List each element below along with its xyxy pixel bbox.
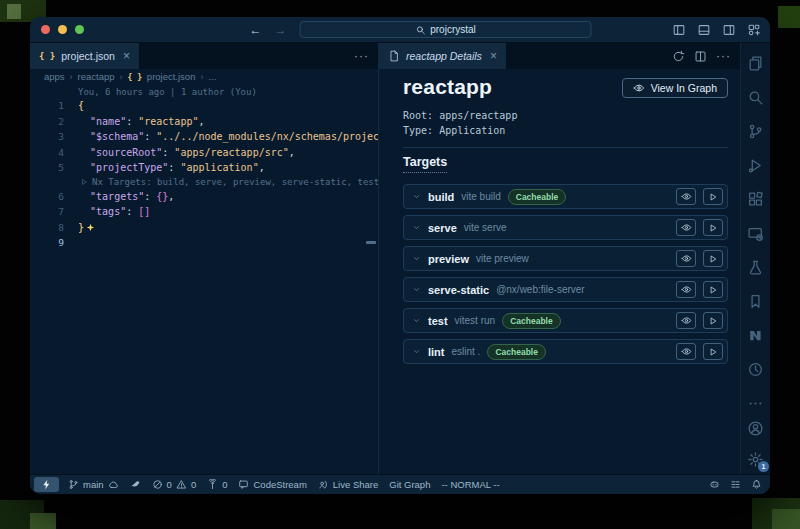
activitybar-accounts[interactable] bbox=[747, 420, 764, 437]
tab-project-json[interactable]: { } project.json × bbox=[30, 43, 140, 69]
customize-layout-button[interactable] bbox=[747, 23, 761, 37]
toggle-panel-button[interactable] bbox=[697, 23, 711, 37]
target-name: serve bbox=[428, 222, 457, 234]
run-target-button[interactable] bbox=[703, 281, 723, 298]
more-actions-icon[interactable]: ··· bbox=[354, 49, 369, 63]
chevron-down-icon[interactable] bbox=[412, 192, 421, 201]
minimize-window-button[interactable] bbox=[58, 25, 67, 34]
chevron-down-icon[interactable] bbox=[412, 347, 421, 356]
status-codestream[interactable]: CodeStream bbox=[238, 479, 306, 490]
wallpaper-patch bbox=[778, 6, 800, 28]
status-vim-mode[interactable]: -- NORMAL -- bbox=[441, 479, 499, 490]
split-icon[interactable] bbox=[694, 50, 707, 63]
target-row-preview[interactable]: previewvite preview bbox=[403, 246, 728, 271]
close-window-button[interactable] bbox=[41, 25, 50, 34]
toggle-secondary-sidebar-button[interactable] bbox=[722, 23, 736, 37]
refresh-icon[interactable] bbox=[672, 50, 685, 63]
activitybar-bookmarks[interactable] bbox=[747, 293, 764, 310]
target-row-serve[interactable]: servevite serve bbox=[403, 215, 728, 240]
run-target-button[interactable] bbox=[703, 219, 723, 236]
view-target-button[interactable] bbox=[676, 281, 696, 298]
breadcrumb-item[interactable]: { } project.json bbox=[128, 71, 196, 82]
history-forward-button[interactable]: → bbox=[275, 24, 287, 36]
nx-targets-codelens[interactable]: Nx Targets: build, serve, preview, serve… bbox=[30, 176, 378, 189]
status-broadcast[interactable]: 0 bbox=[207, 479, 227, 490]
more-actions-icon[interactable]: ··· bbox=[716, 49, 731, 63]
targets-heading: Targets bbox=[403, 155, 447, 173]
error-circle-icon bbox=[152, 479, 163, 490]
target-command: @nx/web:file-server bbox=[496, 284, 585, 295]
chevron-down-icon[interactable] bbox=[412, 285, 421, 294]
toggle-primary-sidebar-button[interactable] bbox=[672, 23, 686, 37]
status-remote-indicator[interactable] bbox=[34, 477, 59, 492]
activitybar-nx-console[interactable] bbox=[747, 327, 764, 344]
status-notifications[interactable] bbox=[751, 479, 762, 490]
activitybar-extensions[interactable] bbox=[747, 191, 764, 208]
root-label: Root: bbox=[403, 110, 433, 121]
eye-icon bbox=[681, 284, 692, 295]
activitybar-settings[interactable]: 1 bbox=[747, 451, 764, 468]
target-row-lint[interactable]: linteslint .Cacheable bbox=[403, 339, 728, 364]
activitybar-explorer[interactable] bbox=[747, 55, 764, 72]
status-live-share[interactable]: Live Share bbox=[318, 479, 378, 490]
history-back-button[interactable]: ← bbox=[250, 24, 262, 36]
sparkle-icon[interactable] bbox=[86, 223, 95, 232]
target-row-test[interactable]: testvitest runCacheable bbox=[403, 308, 728, 333]
view-target-button[interactable] bbox=[676, 188, 696, 205]
target-command: eslint . bbox=[452, 346, 481, 357]
eye-icon bbox=[681, 222, 692, 233]
view-target-button[interactable] bbox=[676, 250, 696, 267]
status-git-branch[interactable]: main bbox=[68, 479, 119, 490]
chevron-down-icon[interactable] bbox=[412, 223, 421, 232]
sidebar-right-icon bbox=[722, 23, 736, 37]
code-line: 3 "$schema": "../../node_modules/nx/sche… bbox=[30, 129, 378, 145]
code-line: 7 "tags": [] bbox=[30, 204, 378, 220]
status-problems[interactable]: 00 bbox=[152, 479, 197, 490]
wallpaper-patch bbox=[7, 4, 21, 19]
close-tab-icon[interactable]: × bbox=[490, 49, 497, 63]
breadcrumb-item[interactable]: reactapp bbox=[78, 71, 115, 82]
breadcrumb-separator: › bbox=[120, 72, 123, 82]
run-target-button[interactable] bbox=[703, 343, 723, 360]
breadcrumb-item[interactable]: apps bbox=[44, 71, 65, 82]
code-line: 1{ bbox=[30, 98, 378, 114]
code-line: 8} bbox=[30, 220, 378, 236]
breadcrumb-item[interactable]: ... bbox=[208, 71, 216, 82]
activitybar-run-debug[interactable] bbox=[747, 157, 764, 174]
code-editor[interactable]: You, 6 hours ago | 1 author (You)1{2 "na… bbox=[30, 84, 378, 474]
bird-icon bbox=[130, 479, 141, 490]
target-command: vite build bbox=[461, 191, 500, 202]
targets-list: buildvite buildCacheableservevite servep… bbox=[403, 184, 728, 364]
activitybar-additional-views[interactable] bbox=[747, 395, 764, 412]
desktop: ← → projcrystal { } project.json bbox=[0, 0, 800, 529]
run-target-button[interactable] bbox=[703, 188, 723, 205]
chevron-down-icon[interactable] bbox=[412, 254, 421, 263]
status-git-graph[interactable]: Git Graph bbox=[389, 479, 430, 490]
live-share-icon bbox=[318, 479, 329, 490]
status-plugin-bird[interactable] bbox=[130, 479, 141, 490]
tab-reactapp-details[interactable]: reactapp Details × bbox=[379, 43, 507, 69]
target-row-serve-static[interactable]: serve-static@nx/web:file-server bbox=[403, 277, 728, 302]
run-target-button[interactable] bbox=[703, 250, 723, 267]
view-target-button[interactable] bbox=[676, 343, 696, 360]
activitybar-source-control[interactable] bbox=[747, 123, 764, 140]
activitybar-timeline[interactable] bbox=[747, 361, 764, 378]
status-editor-layout[interactable] bbox=[730, 479, 741, 490]
cacheable-badge: Cacheable bbox=[487, 344, 546, 360]
activitybar-remote-explorer[interactable] bbox=[747, 225, 764, 242]
view-in-graph-button[interactable]: View In Graph bbox=[622, 78, 728, 98]
overview-ruler-mark bbox=[366, 241, 376, 244]
close-tab-icon[interactable]: × bbox=[123, 49, 130, 63]
status-copilot[interactable] bbox=[709, 479, 720, 490]
activitybar-search[interactable] bbox=[747, 89, 764, 106]
target-name: test bbox=[428, 315, 448, 327]
view-target-button[interactable] bbox=[676, 219, 696, 236]
zoom-window-button[interactable] bbox=[75, 25, 84, 34]
eye-icon bbox=[681, 315, 692, 326]
command-center-search[interactable]: projcrystal bbox=[300, 21, 592, 38]
run-target-button[interactable] bbox=[703, 312, 723, 329]
chevron-down-icon[interactable] bbox=[412, 316, 421, 325]
view-target-button[interactable] bbox=[676, 312, 696, 329]
target-row-build[interactable]: buildvite buildCacheable bbox=[403, 184, 728, 209]
activitybar-testing[interactable] bbox=[747, 259, 764, 276]
